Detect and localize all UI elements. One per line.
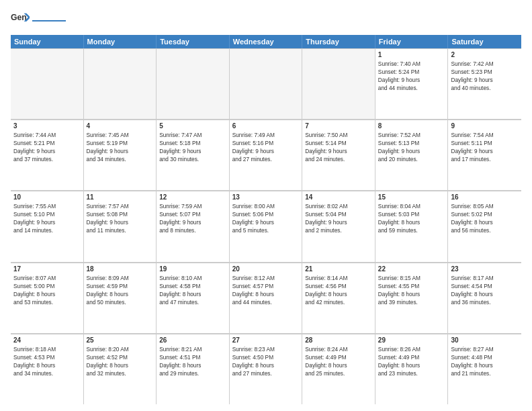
cal-cell: 3Sunrise: 7:44 AM Sunset: 5:21 PM Daylig… xyxy=(11,120,84,190)
day-number: 16 xyxy=(451,193,519,201)
cal-cell xyxy=(11,48,84,119)
day-info: Sunrise: 7:49 AM Sunset: 5:16 PM Dayligh… xyxy=(232,131,300,163)
day-number: 23 xyxy=(451,265,519,273)
day-info: Sunrise: 8:04 AM Sunset: 5:03 PM Dayligh… xyxy=(378,202,445,234)
cal-cell xyxy=(157,48,230,119)
day-number: 29 xyxy=(378,336,445,344)
cal-cell: 21Sunrise: 8:14 AM Sunset: 4:56 PM Dayli… xyxy=(302,263,375,333)
cal-cell: 8Sunrise: 7:52 AM Sunset: 5:13 PM Daylig… xyxy=(375,120,449,190)
day-number: 26 xyxy=(159,336,226,344)
cal-cell: 27Sunrise: 8:23 AM Sunset: 4:50 PM Dayli… xyxy=(230,334,303,404)
day-number: 21 xyxy=(305,265,372,273)
cal-cell: 30Sunrise: 8:27 AM Sunset: 4:48 PM Dayli… xyxy=(448,334,521,404)
cal-cell: 12Sunrise: 7:59 AM Sunset: 5:07 PM Dayli… xyxy=(157,191,230,261)
page: Gen SundayMondayTuesdayWednesdayThursday… xyxy=(0,0,532,411)
day-number: 19 xyxy=(159,265,226,273)
cal-cell: 7Sunrise: 7:50 AM Sunset: 5:14 PM Daylig… xyxy=(302,120,375,190)
day-info: Sunrise: 7:40 AM Sunset: 5:24 PM Dayligh… xyxy=(378,60,445,92)
cal-cell: 24Sunrise: 8:18 AM Sunset: 4:53 PM Dayli… xyxy=(11,334,84,404)
header-day-friday: Friday xyxy=(375,35,449,48)
day-info: Sunrise: 7:45 AM Sunset: 5:19 PM Dayligh… xyxy=(87,131,154,163)
day-info: Sunrise: 7:44 AM Sunset: 5:21 PM Dayligh… xyxy=(13,131,81,163)
day-number: 27 xyxy=(232,336,300,344)
cal-cell: 5Sunrise: 7:47 AM Sunset: 5:18 PM Daylig… xyxy=(157,120,230,190)
day-info: Sunrise: 8:02 AM Sunset: 5:04 PM Dayligh… xyxy=(305,202,372,234)
day-info: Sunrise: 8:07 AM Sunset: 5:00 PM Dayligh… xyxy=(13,274,81,306)
calendar-body: 1Sunrise: 7:40 AM Sunset: 5:24 PM Daylig… xyxy=(11,48,521,404)
day-number: 3 xyxy=(13,122,81,130)
day-info: Sunrise: 8:23 AM Sunset: 4:50 PM Dayligh… xyxy=(232,345,300,377)
calendar-header: SundayMondayTuesdayWednesdayThursdayFrid… xyxy=(11,35,521,48)
day-info: Sunrise: 7:52 AM Sunset: 5:13 PM Dayligh… xyxy=(378,131,445,163)
day-number: 25 xyxy=(87,336,154,344)
day-info: Sunrise: 8:15 AM Sunset: 4:55 PM Dayligh… xyxy=(378,274,445,306)
day-info: Sunrise: 8:18 AM Sunset: 4:53 PM Dayligh… xyxy=(13,345,81,377)
logo: Gen xyxy=(11,11,66,30)
day-number: 22 xyxy=(378,265,445,273)
day-info: Sunrise: 8:12 AM Sunset: 4:57 PM Dayligh… xyxy=(232,274,300,306)
cal-cell xyxy=(302,48,375,119)
cal-cell: 13Sunrise: 8:00 AM Sunset: 5:06 PM Dayli… xyxy=(230,191,303,261)
day-info: Sunrise: 7:54 AM Sunset: 5:11 PM Dayligh… xyxy=(451,131,519,163)
day-number: 20 xyxy=(232,265,300,273)
svg-text:Gen: Gen xyxy=(11,13,27,22)
day-info: Sunrise: 8:10 AM Sunset: 4:58 PM Dayligh… xyxy=(159,274,226,306)
day-info: Sunrise: 7:55 AM Sunset: 5:10 PM Dayligh… xyxy=(13,202,81,234)
header-day-monday: Monday xyxy=(84,35,157,48)
cal-cell: 14Sunrise: 8:02 AM Sunset: 5:04 PM Dayli… xyxy=(302,191,375,261)
cal-cell: 28Sunrise: 8:24 AM Sunset: 4:49 PM Dayli… xyxy=(302,334,375,404)
cal-cell: 1Sunrise: 7:40 AM Sunset: 5:24 PM Daylig… xyxy=(375,48,449,119)
cal-cell: 18Sunrise: 8:09 AM Sunset: 4:59 PM Dayli… xyxy=(84,263,157,333)
cal-cell: 6Sunrise: 7:49 AM Sunset: 5:16 PM Daylig… xyxy=(230,120,303,190)
day-number: 9 xyxy=(451,122,519,130)
cal-week-1: 1Sunrise: 7:40 AM Sunset: 5:24 PM Daylig… xyxy=(11,48,521,120)
cal-cell: 22Sunrise: 8:15 AM Sunset: 4:55 PM Dayli… xyxy=(375,263,449,333)
day-number: 30 xyxy=(451,336,519,344)
header-day-saturday: Saturday xyxy=(448,35,521,48)
cal-cell: 29Sunrise: 8:26 AM Sunset: 4:49 PM Dayli… xyxy=(375,334,449,404)
cal-cell: 9Sunrise: 7:54 AM Sunset: 5:11 PM Daylig… xyxy=(448,120,521,190)
day-info: Sunrise: 8:26 AM Sunset: 4:49 PM Dayligh… xyxy=(378,345,445,377)
day-number: 15 xyxy=(378,193,445,201)
day-number: 13 xyxy=(232,193,300,201)
day-info: Sunrise: 7:50 AM Sunset: 5:14 PM Dayligh… xyxy=(305,131,372,163)
cal-week-4: 17Sunrise: 8:07 AM Sunset: 5:00 PM Dayli… xyxy=(11,263,521,334)
cal-cell xyxy=(84,48,157,119)
cal-cell: 2Sunrise: 7:42 AM Sunset: 5:23 PM Daylig… xyxy=(448,48,521,119)
cal-cell: 11Sunrise: 7:57 AM Sunset: 5:08 PM Dayli… xyxy=(84,191,157,261)
day-info: Sunrise: 8:05 AM Sunset: 5:02 PM Dayligh… xyxy=(451,202,519,234)
cal-cell: 4Sunrise: 7:45 AM Sunset: 5:19 PM Daylig… xyxy=(84,120,157,190)
day-number: 2 xyxy=(451,51,519,58)
cal-week-2: 3Sunrise: 7:44 AM Sunset: 5:21 PM Daylig… xyxy=(11,120,521,191)
cal-cell: 15Sunrise: 8:04 AM Sunset: 5:03 PM Dayli… xyxy=(375,191,449,261)
cal-cell: 19Sunrise: 8:10 AM Sunset: 4:58 PM Dayli… xyxy=(157,263,230,333)
day-number: 6 xyxy=(232,122,300,130)
header: Gen xyxy=(11,11,521,30)
day-number: 18 xyxy=(87,265,154,273)
day-info: Sunrise: 8:21 AM Sunset: 4:51 PM Dayligh… xyxy=(159,345,226,377)
day-number: 5 xyxy=(159,122,226,130)
day-info: Sunrise: 7:57 AM Sunset: 5:08 PM Dayligh… xyxy=(87,202,154,234)
day-number: 28 xyxy=(305,336,372,344)
day-info: Sunrise: 8:14 AM Sunset: 4:56 PM Dayligh… xyxy=(305,274,372,306)
day-info: Sunrise: 8:09 AM Sunset: 4:59 PM Dayligh… xyxy=(87,274,154,306)
cal-cell: 16Sunrise: 8:05 AM Sunset: 5:02 PM Dayli… xyxy=(448,191,521,261)
cal-cell: 26Sunrise: 8:21 AM Sunset: 4:51 PM Dayli… xyxy=(157,334,230,404)
day-number: 17 xyxy=(13,265,81,273)
day-number: 8 xyxy=(378,122,445,130)
day-info: Sunrise: 8:27 AM Sunset: 4:48 PM Dayligh… xyxy=(451,345,519,377)
cal-week-5: 24Sunrise: 8:18 AM Sunset: 4:53 PM Dayli… xyxy=(11,334,521,404)
day-info: Sunrise: 8:20 AM Sunset: 4:52 PM Dayligh… xyxy=(87,345,154,377)
day-info: Sunrise: 7:47 AM Sunset: 5:18 PM Dayligh… xyxy=(159,131,226,163)
day-number: 14 xyxy=(305,193,372,201)
day-number: 10 xyxy=(13,193,81,201)
header-day-sunday: Sunday xyxy=(11,35,84,48)
header-day-thursday: Thursday xyxy=(302,35,375,48)
cal-cell: 20Sunrise: 8:12 AM Sunset: 4:57 PM Dayli… xyxy=(230,263,303,333)
day-info: Sunrise: 8:17 AM Sunset: 4:54 PM Dayligh… xyxy=(451,274,519,306)
calendar: SundayMondayTuesdayWednesdayThursdayFrid… xyxy=(11,35,521,404)
header-day-tuesday: Tuesday xyxy=(157,35,230,48)
logo-icon: Gen xyxy=(11,11,30,30)
day-number: 1 xyxy=(378,51,445,58)
logo-underline xyxy=(32,18,66,24)
